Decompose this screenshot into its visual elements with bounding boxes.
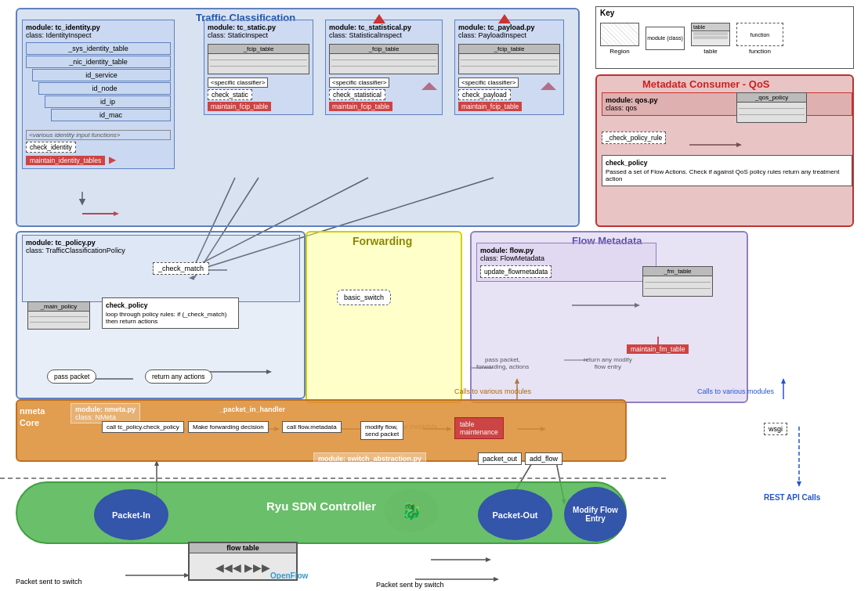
- wsgi-func: wsgi: [764, 423, 787, 435]
- basic-switch-func: basic_switch: [337, 290, 391, 305]
- flow-class-title: class: FlowMetadata: [480, 254, 653, 262]
- key-title: Key: [596, 7, 853, 19]
- key-function-label: function: [736, 48, 783, 55]
- identity-class-title: class: IdentityInspect: [26, 31, 171, 39]
- check-policy-rule-func: _check_policy_rule: [602, 132, 666, 144]
- return-modify-label: return any modifyflow entry: [584, 356, 632, 370]
- packet-in-button[interactable]: Packet-In: [94, 489, 168, 540]
- qos-check-policy-box: check_policy Passed a set of Flow Action…: [602, 155, 852, 186]
- id-node: id_node: [38, 82, 171, 95]
- id-mac: id_mac: [51, 109, 171, 121]
- static-class-title: class: StaticInspect: [208, 31, 309, 39]
- check-policy-label: check_policy: [106, 301, 235, 309]
- svg-marker-37: [486, 557, 491, 562]
- label-ryu: Ryu SDN Controller: [266, 499, 376, 513]
- statistical-class-title: class: StatisticalInspect: [329, 31, 439, 39]
- check-policy-desc: loop through policy rules: if (_check_ma…: [106, 311, 235, 325]
- key-region-label: Region: [600, 48, 639, 55]
- ryu-logo: 🐉: [384, 489, 439, 532]
- dashed-separator: [0, 477, 666, 479]
- payload-module-box: module: tc_payload.py class: PayloadInsp…: [454, 20, 564, 115]
- policy-class-title: class: TrafficClassificationPolicy: [26, 247, 296, 254]
- return-actions-oval: return any actions: [145, 369, 212, 384]
- calls-modules-label2: Calls to various modules: [697, 387, 774, 395]
- id-ip: id_ip: [45, 95, 171, 108]
- maintain-fcip-table-statistical: maintain_fcip_table: [329, 102, 392, 111]
- svg-marker-41: [494, 577, 499, 582]
- various-identity-functions: <various identity input functions>: [26, 130, 171, 140]
- switch-module-box: module: switch_abstraction.py: [313, 452, 426, 465]
- flow-module-title: module: flow.py: [480, 247, 653, 254]
- svg-marker-47: [781, 378, 786, 384]
- maintain-fcip-table-static: maintain_fcip_table: [208, 102, 271, 111]
- identity-module-box: module: tc_identity.py class: IdentityIn…: [22, 20, 175, 169]
- flow-module-box: module: flow.py class: FlowMetadata upda…: [476, 243, 656, 282]
- key-table-label: table: [691, 48, 730, 55]
- qos-class-title: class: qos: [606, 104, 848, 112]
- api-module-box: module: api.py classes: Api, RESTAPICont…: [627, 403, 737, 425]
- check-match-func: _check_match: [153, 262, 209, 275]
- rest-api-calls-label: REST API Calls: [764, 493, 820, 502]
- static-module-box: module: tc_static.py class: StaticInspec…: [204, 20, 313, 115]
- key-box: Key Region module (class) table table: [595, 6, 854, 69]
- flow-table-label: flow table: [190, 543, 296, 553]
- maintain-identity-tables: maintain_identity_tables: [26, 156, 105, 165]
- statistical-module-title: module: tc_statistical.py: [329, 23, 439, 31]
- payload-class-title: class: PayloadInspect: [458, 31, 560, 39]
- api-classes-title: classes: Api, RESTAPIController: [631, 414, 732, 422]
- qos-module-title: module: qos.py: [606, 96, 848, 104]
- check-payload-func: check_payload: [458, 89, 511, 100]
- payload-fcip-label: _fcip_table: [459, 45, 559, 54]
- nic-identity-table: _nic_identity_table: [26, 56, 171, 68]
- policy-module-title: module: tc_policy.py: [26, 239, 296, 247]
- api-module-title: module: api.py: [631, 406, 732, 414]
- pass-packet-oval: pass packet: [47, 369, 96, 384]
- update-flowmetadata-func: update_flowmetadata: [480, 265, 552, 278]
- statistical-fcip-label: _fcip_table: [330, 45, 438, 54]
- packet-out-func: packet_out: [478, 452, 522, 465]
- nmeta-class-title: class: NMeta: [75, 413, 136, 421]
- payload-specific-classifier: <specific classifier>: [458, 77, 519, 88]
- calls-modules-label1: Calls to various modules: [454, 387, 531, 395]
- packet-sent-by-switch: Packet sent by switch: [376, 581, 444, 589]
- pipeline-step1: call tc_policy.check_policy: [102, 421, 184, 433]
- openflow-label: OpenFlow: [270, 571, 308, 580]
- payload-arrow-marker: [498, 14, 511, 23]
- diagram-container: Key Region module (class) table table: [0, 0, 868, 591]
- static-specific-classifier: <specific classifier>: [208, 77, 268, 88]
- add-flow-func: add_flow: [525, 452, 562, 465]
- region-forwarding: [306, 231, 462, 403]
- maintain-fm-table: maintain_fm_table: [627, 344, 689, 354]
- key-function-sample: function: [736, 23, 783, 46]
- packet-out-button[interactable]: Packet-Out: [478, 489, 552, 540]
- statistical-module-box: module: tc_statistical.py class: Statist…: [325, 20, 443, 115]
- check-policy-desc-box: check_policy loop through policy rules: …: [102, 297, 239, 329]
- statistical-arrow-marker: [373, 14, 385, 23]
- modify-flow-button[interactable]: Modify Flow Entry: [564, 487, 627, 542]
- fm-table: _fm_table: [642, 266, 713, 297]
- pipeline-step5: tablemaintenance: [454, 417, 504, 439]
- statistical-specific-classifier: <specific classifier>: [329, 77, 389, 88]
- switch-module-title: module: switch_abstraction.py: [318, 455, 421, 463]
- static-fcip-table-label: _fcip_table: [208, 45, 309, 54]
- nmeta-module-title: module: nmeta.py: [75, 405, 136, 413]
- main-policy-table: _main_policy: [27, 301, 90, 330]
- check-statistical-func: check_statistical: [329, 89, 385, 100]
- packet-in-handler-label: _packet_in_handler: [219, 405, 285, 413]
- svg-marker-43: [797, 481, 801, 487]
- maintain-fcip-table-payload: maintain_fcip_table: [458, 102, 522, 111]
- check-static-func: check_static: [208, 89, 252, 100]
- label-qos: Metadata Consumer - QoS: [642, 78, 770, 90]
- qos-check-policy-label: check_policy: [606, 159, 848, 167]
- qos-module-box: module: qos.py class: qos: [602, 92, 852, 116]
- check-identity-func: check_identity: [26, 142, 76, 153]
- identity-module-title: module: tc_identity.py: [26, 23, 171, 31]
- label-forwarding: Forwarding: [353, 235, 412, 247]
- pipeline-step4: modify flow,send packet: [360, 421, 403, 440]
- id-service: id_service: [32, 69, 171, 81]
- label-nmeta: nmetaCore: [20, 405, 45, 430]
- qos-check-policy-desc: Passed a set of Flow Actions. Check if a…: [606, 168, 848, 182]
- pipeline-step2: Make forwarding decision: [188, 421, 269, 433]
- pass-forwarding-label: pass packet,forwarding, actions: [476, 356, 529, 370]
- key-region-sample: [600, 23, 639, 46]
